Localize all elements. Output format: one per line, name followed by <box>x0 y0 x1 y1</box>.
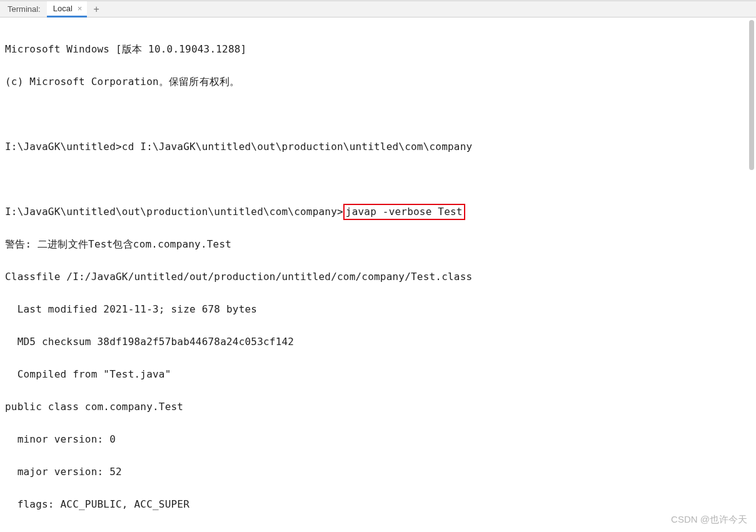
line-prompt-1: I:\JavaGK\untitled>cd I:\JavaGK\untitled… <box>5 139 751 155</box>
line-major: major version: 52 <box>5 464 751 480</box>
line-cp-header: Constant pool: <box>5 529 751 532</box>
prompt1-prefix: I:\JavaGK\untitled> <box>5 141 122 153</box>
line-last-modified: Last modified 2021-11-3; size 678 bytes <box>5 301 751 318</box>
prompt1-cmd: cd I:\JavaGK\untitled\out\production\unt… <box>122 141 472 153</box>
close-icon[interactable]: × <box>76 4 84 13</box>
watermark: CSDN @也许今天 <box>671 514 747 526</box>
highlighted-command: javap -verbose Test <box>343 204 465 220</box>
line-class-decl: public class com.company.Test <box>5 399 751 415</box>
terminal-output[interactable]: Microsoft Windows [版本 10.0.19043.1288] (… <box>0 18 756 532</box>
line-md5: MD5 checksum 38df198a2f57bab44678a24c053… <box>5 334 751 350</box>
tab-local[interactable]: Local × <box>47 1 88 18</box>
line-classfile: Classfile /I:/JavaGK/untitled/out/produc… <box>5 269 751 285</box>
tab-local-label: Local <box>53 4 73 13</box>
terminal-title: Terminal: <box>5 4 47 14</box>
line-compiled-from: Compiled from "Test.java" <box>5 366 751 383</box>
line-warning: 警告: 二进制文件Test包含com.company.Test <box>5 236 751 253</box>
blank-line <box>5 106 751 123</box>
line-minor: minor version: 0 <box>5 431 751 448</box>
prompt2-prefix: I:\JavaGK\untitled\out\production\untitl… <box>5 206 343 218</box>
vertical-scrollbar[interactable] <box>749 20 754 526</box>
line-prompt-2: I:\JavaGK\untitled\out\production\untitl… <box>5 204 751 220</box>
add-tab-icon[interactable]: + <box>87 4 105 14</box>
line-flags: flags: ACC_PUBLIC, ACC_SUPER <box>5 496 751 513</box>
terminal-tab-bar: Terminal: Local × + <box>0 1 756 18</box>
scrollbar-thumb[interactable] <box>749 20 754 170</box>
line-copyright: (c) Microsoft Corporation。保留所有权利。 <box>5 74 751 90</box>
blank-line <box>5 171 751 188</box>
line-windows-version: Microsoft Windows [版本 10.0.19043.1288] <box>5 41 751 58</box>
